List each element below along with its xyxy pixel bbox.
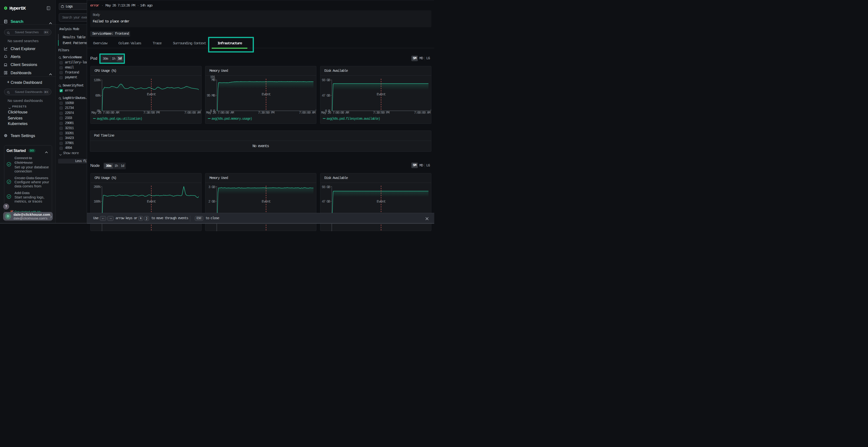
svg-text:60%: 60%	[95, 94, 100, 98]
svg-text:7:00:00 AM: 7:00:00 AM	[184, 111, 200, 115]
svg-text:93 GB: 93 GB	[322, 78, 330, 82]
svg-text:Event: Event	[147, 92, 156, 97]
svg-text:100%: 100%	[94, 200, 100, 204]
svg-text:MB: MB	[212, 78, 216, 82]
svg-text:avg(k8s.pod.cpu.utilization): avg(k8s.pod.cpu.utilization)	[97, 117, 142, 121]
svg-text:May 26 7:00:00 AM: May 26 7:00:00 AM	[321, 111, 349, 115]
svg-text:200%: 200%	[94, 185, 100, 189]
svg-text:2 GB: 2 GB	[208, 200, 215, 204]
svg-text:Event: Event	[377, 92, 385, 97]
svg-text:47 GB: 47 GB	[322, 94, 330, 98]
svg-text:7:30:00 PM: 7:30:00 PM	[258, 111, 274, 115]
svg-text:7:00:00 AM: 7:00:00 AM	[414, 111, 430, 115]
svg-text:avg(k8s.pod.filesystem.availab: avg(k8s.pod.filesystem.available)	[327, 117, 380, 121]
svg-text:7:30:00 PM: 7:30:00 PM	[143, 111, 159, 115]
svg-text:95 MB: 95 MB	[207, 94, 215, 98]
svg-text:120%: 120%	[94, 78, 100, 82]
svg-text:93 GB: 93 GB	[322, 185, 330, 189]
svg-text:avg(k8s.pod.memory.usage): avg(k8s.pod.memory.usage)	[212, 117, 252, 121]
svg-text:7:30:00 PM: 7:30:00 PM	[373, 111, 389, 115]
svg-text:Event: Event	[147, 199, 156, 204]
svg-text:Event: Event	[261, 92, 271, 97]
svg-text:3 GB: 3 GB	[208, 185, 215, 189]
svg-text:Event: Event	[261, 199, 271, 204]
svg-text:47 GB: 47 GB	[322, 200, 330, 204]
svg-text:Event: Event	[377, 199, 385, 204]
svg-text:7:00:00 AM: 7:00:00 AM	[299, 111, 315, 115]
svg-text:May 26 7:00:00 AM: May 26 7:00:00 AM	[206, 111, 234, 115]
svg-text:May 26 7:00:00 AM: May 26 7:00:00 AM	[91, 111, 119, 115]
